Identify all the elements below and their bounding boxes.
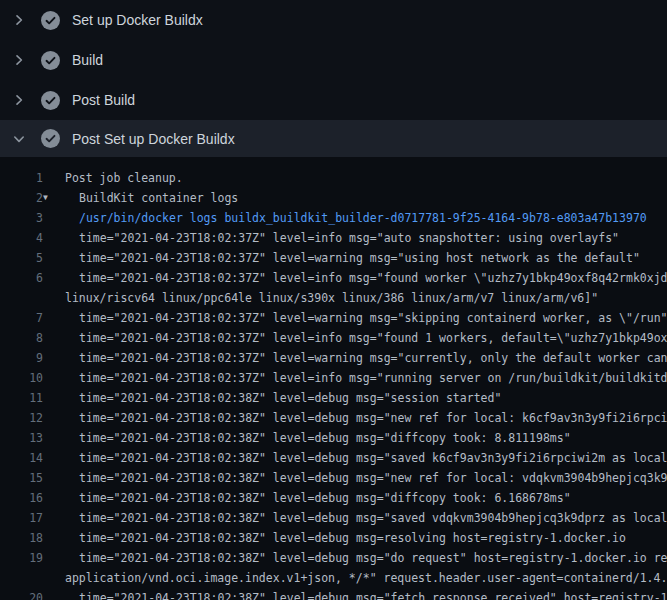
- log-line-text: time="2021-04-23T18:02:38Z" level=debug …: [79, 548, 667, 568]
- log-line-text: time="2021-04-23T18:02:38Z" level=debug …: [79, 388, 501, 408]
- group-expander-triangle-icon[interactable]: ▼: [43, 188, 57, 208]
- log-row: 11 time="2021-04-23T18:02:38Z" level=deb…: [0, 388, 667, 408]
- log-line-text: time="2021-04-23T18:02:38Z" level=debug …: [79, 428, 571, 448]
- log-command-text: /usr/bin/docker logs buildx_buildkit_bui…: [79, 208, 647, 228]
- log-row: 4 time="2021-04-23T18:02:37Z" level=info…: [0, 228, 667, 248]
- log-row: 10 time="2021-04-23T18:02:37Z" level=inf…: [0, 368, 667, 388]
- log-line-text: time="2021-04-23T18:02:38Z" level=debug …: [79, 488, 571, 508]
- step-label: Set up Docker Buildx: [72, 12, 203, 28]
- step-list: Set up Docker Buildx Build Post Buil: [0, 0, 667, 157]
- actions-log-viewer: Set up Docker Buildx Build Post Buil: [0, 0, 667, 600]
- log-line-number[interactable]: 6: [0, 268, 43, 288]
- log-row: 17 time="2021-04-23T18:02:38Z" level=deb…: [0, 508, 667, 528]
- step-header-post-set-up-docker-buildx[interactable]: Post Set up Docker Buildx: [0, 120, 667, 157]
- log-row: 8 time="2021-04-23T18:02:37Z" level=info…: [0, 328, 667, 348]
- chevron-right-icon: [13, 94, 25, 106]
- log-line-text: Post job cleanup.: [65, 168, 183, 188]
- log-line-number[interactable]: 12: [0, 408, 43, 428]
- log-line-text: time="2021-04-23T18:02:38Z" level=debug …: [79, 468, 667, 488]
- log-row: 18 time="2021-04-23T18:02:38Z" level=deb…: [0, 528, 667, 548]
- log-line-number[interactable]: 19: [0, 548, 43, 568]
- log-row: 13 time="2021-04-23T18:02:38Z" level=deb…: [0, 428, 667, 448]
- log-row: 15 time="2021-04-23T18:02:38Z" level=deb…: [0, 468, 667, 488]
- log-row: 14 time="2021-04-23T18:02:38Z" level=deb…: [0, 448, 667, 468]
- log-line-number[interactable]: 1: [0, 168, 43, 188]
- chevron-right-icon: [13, 14, 25, 26]
- log-line-text: time="2021-04-23T18:02:37Z" level=info m…: [79, 228, 619, 248]
- log-line-text: time="2021-04-23T18:02:38Z" level=debug …: [79, 508, 667, 528]
- log-line-number[interactable]: 17: [0, 508, 43, 528]
- log-line-text: linux/riscv64 linux/ppc64le linux/s390x …: [65, 288, 598, 308]
- log-row: 20 time="2021-04-23T18:02:38Z" level=deb…: [0, 588, 667, 600]
- log-line-number[interactable]: 20: [0, 588, 43, 600]
- log-line-number[interactable]: 10: [0, 368, 43, 388]
- log-pane: 1 Post job cleanup. 2 ▼BuildKit containe…: [0, 157, 667, 600]
- log-line-number[interactable]: 9: [0, 348, 43, 368]
- log-line-text: time="2021-04-23T18:02:37Z" level=info m…: [79, 368, 667, 388]
- log-line-number[interactable]: 3: [0, 208, 43, 228]
- log-line-number[interactable]: 14: [0, 448, 43, 468]
- log-line-number[interactable]: 16: [0, 488, 43, 508]
- log-line-number[interactable]: 5: [0, 248, 43, 268]
- log-row: application/vnd.oci.image.index.v1+json,…: [0, 568, 667, 588]
- log-line-text: time="2021-04-23T18:02:38Z" level=debug …: [79, 588, 667, 600]
- step-label: Post Build: [72, 92, 135, 108]
- check-circle-icon: [41, 91, 60, 110]
- log-line-text: time="2021-04-23T18:02:37Z" level=warnin…: [79, 248, 640, 268]
- log-row: 3 /usr/bin/docker logs buildx_buildkit_b…: [0, 208, 667, 228]
- log-line-number[interactable]: 2: [0, 188, 43, 208]
- check-circle-icon: [41, 11, 60, 30]
- log-line-number[interactable]: 11: [0, 388, 43, 408]
- log-row: 1 Post job cleanup.: [0, 168, 667, 188]
- chevron-right-icon: [13, 54, 25, 66]
- check-circle-icon: [41, 129, 60, 148]
- log-row: 19 time="2021-04-23T18:02:38Z" level=deb…: [0, 548, 667, 568]
- log-line-text: time="2021-04-23T18:02:38Z" level=debug …: [79, 528, 626, 548]
- log-line-number[interactable]: 13: [0, 428, 43, 448]
- log-row: 6 time="2021-04-23T18:02:37Z" level=info…: [0, 268, 667, 288]
- log-row: 2 ▼BuildKit container logs: [0, 188, 667, 208]
- log-line-text: application/vnd.oci.image.index.v1+json,…: [65, 568, 667, 588]
- log-line-text: time="2021-04-23T18:02:38Z" level=debug …: [79, 408, 667, 428]
- step-label: Build: [72, 52, 103, 68]
- log-row: 7 time="2021-04-23T18:02:37Z" level=warn…: [0, 308, 667, 328]
- log-row: 16 time="2021-04-23T18:02:38Z" level=deb…: [0, 488, 667, 508]
- log-line-text: time="2021-04-23T18:02:37Z" level=warnin…: [79, 308, 667, 328]
- log-line-number[interactable]: 7: [0, 308, 43, 328]
- step-header-post-build[interactable]: Post Build: [0, 80, 667, 120]
- step-header-build[interactable]: Build: [0, 40, 667, 80]
- log-line-number[interactable]: 15: [0, 468, 43, 488]
- log-group-title[interactable]: BuildKit container logs: [79, 188, 238, 208]
- log-line-number[interactable]: 4: [0, 228, 43, 248]
- chevron-down-icon: [13, 133, 25, 145]
- check-circle-icon: [41, 51, 60, 70]
- log-row: 5 time="2021-04-23T18:02:37Z" level=warn…: [0, 248, 667, 268]
- log-line-number[interactable]: 8: [0, 328, 43, 348]
- step-label: Post Set up Docker Buildx: [72, 131, 235, 147]
- log-line-text: time="2021-04-23T18:02:37Z" level=info m…: [79, 328, 667, 348]
- log-line-text: time="2021-04-23T18:02:37Z" level=warnin…: [79, 348, 667, 368]
- log-line-text: time="2021-04-23T18:02:38Z" level=debug …: [79, 448, 667, 468]
- log-row: 12 time="2021-04-23T18:02:38Z" level=deb…: [0, 408, 667, 428]
- log-row: 9 time="2021-04-23T18:02:37Z" level=warn…: [0, 348, 667, 368]
- log-line-number[interactable]: 18: [0, 528, 43, 548]
- log-line-number[interactable]: [0, 288, 43, 308]
- log-line-number[interactable]: [0, 568, 43, 588]
- log-row: linux/riscv64 linux/ppc64le linux/s390x …: [0, 288, 667, 308]
- step-header-set-up-docker-buildx[interactable]: Set up Docker Buildx: [0, 0, 667, 40]
- log-line-text: time="2021-04-23T18:02:37Z" level=info m…: [79, 268, 667, 288]
